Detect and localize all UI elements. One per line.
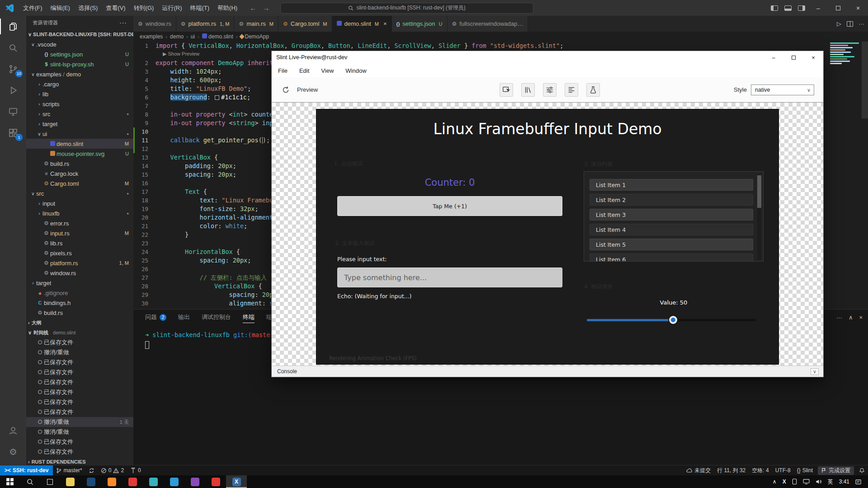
close-button[interactable]: × bbox=[848, 0, 868, 16]
timeline-item[interactable]: 撤消/重做 bbox=[26, 347, 133, 357]
menu-转到(G)[interactable]: 转到(G) bbox=[130, 0, 158, 16]
uncommitted-indicator[interactable]: 未提交 bbox=[683, 465, 714, 475]
library-button[interactable] bbox=[521, 83, 535, 97]
taskbar-app-slint-preview-xserver[interactable]: X bbox=[226, 475, 247, 488]
timeline-item[interactable]: 已保存文件 bbox=[26, 387, 133, 397]
activity-run-debug[interactable] bbox=[0, 80, 26, 101]
problems-indicator[interactable]: 0 2 bbox=[98, 465, 127, 475]
indentation[interactable]: 空格: 4 bbox=[749, 465, 772, 475]
encoding[interactable]: UTF-8 bbox=[772, 465, 794, 475]
tree-item-lib.rs[interactable]: ⚙lib.rs bbox=[26, 238, 133, 248]
finish-setup-button[interactable]: 完成设置 bbox=[818, 466, 854, 475]
timeline-item[interactable]: 已保存文件 bbox=[26, 338, 133, 347]
list-item[interactable]: List Item 4 bbox=[590, 224, 753, 235]
ports-indicator[interactable]: 0 bbox=[127, 465, 144, 475]
timeline-item[interactable]: 已保存文件 bbox=[26, 377, 133, 387]
style-select[interactable]: native ∨ bbox=[751, 84, 814, 95]
more-actions-icon[interactable]: ··· bbox=[836, 314, 842, 321]
tab-fullscreenwindowadap-[interactable]: ⚙fullscreenwindowadap… bbox=[448, 16, 528, 32]
timeline-item[interactable]: 已保存文件 bbox=[26, 357, 133, 367]
command-center-search[interactable]: slint-backend-linuxfb [SSH: rust-dev] (管… bbox=[280, 3, 533, 14]
tree-item-target[interactable]: ›target bbox=[26, 119, 133, 129]
maximize-panel-icon[interactable]: ∧ bbox=[849, 314, 853, 321]
taskbar-app-microsoft-edge[interactable] bbox=[143, 475, 164, 488]
task-view-button[interactable] bbox=[40, 475, 60, 488]
properties-button[interactable] bbox=[543, 83, 557, 97]
tree-item-slint-lsp-proxy.sh[interactable]: $slint-lsp-proxy.shU bbox=[26, 59, 133, 69]
tree-item-ui[interactable]: ∨ui● bbox=[26, 129, 133, 139]
experiments-button[interactable] bbox=[586, 83, 600, 97]
toggle-sidebar-icon[interactable] bbox=[771, 5, 778, 11]
list-item[interactable]: List Item 2 bbox=[590, 194, 753, 206]
tree-item-build.rs[interactable]: ⚙build.rs bbox=[26, 159, 133, 169]
tap-me-button[interactable]: Tap Me (+1) bbox=[337, 196, 562, 216]
clock[interactable]: 3:41 bbox=[839, 479, 849, 485]
menu-文件(F)[interactable]: 文件(F) bbox=[19, 0, 47, 16]
tree-item-.cargo[interactable]: ›.cargo bbox=[26, 79, 133, 89]
tree-item-platform.rs[interactable]: ⚙platform.rs1, M bbox=[26, 258, 133, 268]
scroll-list[interactable]: List Item 1List Item 2List Item 3List It… bbox=[584, 171, 764, 262]
timeline-item[interactable]: 撤消/重做 bbox=[26, 427, 133, 437]
activity-search[interactable] bbox=[0, 37, 26, 58]
menu-选择(S)[interactable]: 选择(S) bbox=[74, 0, 102, 16]
git-branch[interactable]: master* bbox=[53, 465, 85, 475]
tree-item-input[interactable]: ›input bbox=[26, 198, 133, 208]
list-item[interactable]: List Item 6 bbox=[590, 253, 753, 262]
forward-icon[interactable]: → bbox=[263, 4, 269, 12]
tree-item-Cargo.toml[interactable]: ⚙Cargo.tomlM bbox=[26, 178, 133, 188]
taskbar-search-button[interactable] bbox=[20, 475, 40, 488]
tree-item-target[interactable]: ›target bbox=[26, 278, 133, 288]
close-panel-icon[interactable]: × bbox=[859, 314, 863, 321]
activity-source-control[interactable]: 10 bbox=[0, 58, 26, 80]
tab-settings.json[interactable]: {}settings.jsonU bbox=[392, 16, 448, 32]
maximize-button[interactable] bbox=[828, 0, 848, 16]
menu-帮助(H)[interactable]: 帮助(H) bbox=[213, 0, 241, 16]
toggle-panel-icon[interactable] bbox=[784, 5, 792, 11]
rust-dependencies-section[interactable]: › RUST DEPENDENCIES bbox=[26, 457, 133, 465]
timeline-item[interactable]: 已保存文件 bbox=[26, 397, 133, 407]
list-item[interactable]: List Item 3 bbox=[590, 209, 753, 221]
cursor-position[interactable]: 行 11, 列 32 bbox=[714, 465, 749, 475]
tree-item-linuxfb[interactable]: ›linuxfb● bbox=[26, 208, 133, 218]
panel-tab-终端[interactable]: 终端 bbox=[243, 310, 255, 325]
slider-thumb[interactable] bbox=[669, 316, 677, 324]
taskbar-app-netease-music[interactable] bbox=[205, 475, 226, 488]
close-button[interactable]: × bbox=[803, 51, 823, 64]
editor-scrollbar[interactable] bbox=[862, 42, 868, 118]
tab-platform.rs[interactable]: ⚙platform.rs1, M bbox=[176, 16, 235, 32]
more-actions-icon[interactable]: ··· bbox=[859, 20, 864, 27]
menu-终端(T)[interactable]: 终端(T) bbox=[186, 0, 213, 16]
close-tab-icon[interactable]: × bbox=[383, 20, 387, 27]
tab-main.rs[interactable]: ⚙main.rsM bbox=[234, 16, 278, 32]
tray-expand-icon[interactable]: ∧ bbox=[773, 479, 777, 485]
timeline-item[interactable]: 已保存文件 bbox=[26, 437, 133, 447]
activity-explorer[interactable] bbox=[0, 16, 26, 37]
tab-window.rs[interactable]: ⚙window.rs bbox=[133, 16, 176, 32]
tree-item-lib[interactable]: ›lib bbox=[26, 89, 133, 99]
text-input[interactable]: Type something here... bbox=[337, 267, 562, 287]
x-server-icon[interactable]: X bbox=[783, 479, 786, 485]
tree-item-examples-demo[interactable]: ∨examples / demo bbox=[26, 69, 133, 79]
minimap[interactable] bbox=[828, 42, 862, 177]
preview-titlebar[interactable]: Slint Live-Preview@rust-dev – × bbox=[272, 51, 823, 64]
taskbar-app-file-explorer[interactable] bbox=[60, 475, 80, 488]
list-item[interactable]: List Item 5 bbox=[590, 239, 753, 250]
breadcrumb-item-ui[interactable]: ui bbox=[191, 33, 195, 40]
activity-remote-explorer[interactable] bbox=[0, 101, 26, 122]
timeline-item[interactable]: 已保存文件 bbox=[26, 447, 133, 457]
preview-menu-window[interactable]: Window bbox=[345, 67, 366, 74]
timeline-item[interactable]: 已保存文件 bbox=[26, 367, 133, 377]
taskbar-app-microsoft-store[interactable] bbox=[80, 475, 101, 488]
tree-item-scripts[interactable]: ›scripts bbox=[26, 99, 133, 109]
taskbar-app-vscode[interactable] bbox=[164, 475, 184, 488]
tree-item-error.rs[interactable]: ⚙error.rs bbox=[26, 218, 133, 228]
notification-center-icon[interactable] bbox=[855, 479, 862, 485]
notifications-bell[interactable] bbox=[856, 465, 868, 475]
network-icon[interactable] bbox=[803, 479, 810, 484]
taskbar-app-firefox[interactable] bbox=[101, 475, 122, 488]
timeline-item[interactable]: 撤消/重做1 天 bbox=[26, 417, 133, 427]
outline-section[interactable]: › 大纲 bbox=[26, 318, 133, 328]
breadcrumb[interactable]: examples›demo›ui› demo.slint›DemoApp bbox=[133, 32, 868, 42]
run-icon[interactable]: ▷ bbox=[837, 20, 841, 27]
activity-extensions[interactable]: 1 bbox=[0, 122, 26, 143]
